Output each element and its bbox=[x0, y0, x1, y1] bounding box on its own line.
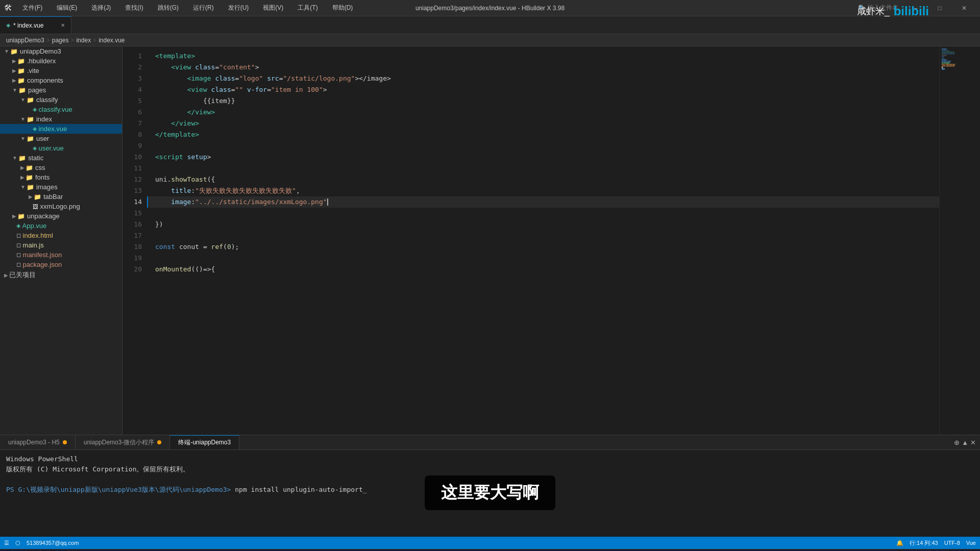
menu-jump[interactable]: 跳转(G) bbox=[154, 2, 183, 14]
line-numbers: 1234567891011121314151617181920 bbox=[122, 46, 147, 279]
sidebar-item-uniappDemo3[interactable]: ▼📁uniappDemo3 bbox=[0, 46, 122, 56]
sidebar-item-main.js[interactable]: ◻main.js bbox=[0, 240, 122, 250]
line-number-17: 17 bbox=[122, 230, 147, 241]
maximize-button[interactable]: □ bbox=[928, 0, 951, 16]
text-cursor bbox=[327, 198, 328, 206]
status-menu-icon[interactable]: ☰ bbox=[4, 540, 9, 546]
taskbar-app-1[interactable]: 🛠 uniappDemo3/pag... bbox=[212, 549, 294, 552]
menu-help[interactable]: 帮助(D) bbox=[328, 2, 357, 14]
sidebar-item-manifest.json[interactable]: ◻manifest.json bbox=[0, 250, 122, 260]
sidebar-item-xxmLogo.png[interactable]: 🖼xxmLogo.png bbox=[0, 202, 122, 211]
menu-run[interactable]: 运行(R) bbox=[189, 2, 218, 14]
code-token: v-for bbox=[247, 86, 267, 93]
menu-find[interactable]: 查找(I) bbox=[121, 2, 147, 14]
folder-label: uniappDemo3 bbox=[20, 47, 61, 55]
editor[interactable]: 1234567891011121314151617181920 <templat… bbox=[122, 46, 939, 435]
folder-label: components bbox=[27, 77, 63, 84]
sidebar-item-fonts[interactable]: ▶📁fonts bbox=[0, 172, 122, 182]
sidebar-item-index.html[interactable]: ◻index.html bbox=[0, 231, 122, 240]
breadcrumb: uniappDemo3 > pages > index > index.vue bbox=[0, 34, 980, 46]
sidebar-item-index[interactable]: ▼📁index bbox=[0, 114, 122, 124]
bottom-tab-actions: ⊕ ▲ ✕ bbox=[954, 435, 980, 449]
sidebar-item-classify.vue[interactable]: ◈classify.vue bbox=[0, 105, 122, 114]
expand-terminal-icon[interactable]: ▲ bbox=[962, 439, 968, 446]
sidebar-item-App.vue[interactable]: ◈App.vue bbox=[0, 221, 122, 231]
sidebar-item-close-project[interactable]: ▶已关项目 bbox=[0, 269, 122, 281]
bottom-tab-wechat[interactable]: uniappDemo3-微信小程序 bbox=[76, 435, 170, 449]
status-bell-icon[interactable]: 🔔 bbox=[896, 540, 903, 546]
close-button[interactable]: ✕ bbox=[952, 0, 976, 16]
menu-edit[interactable]: 编辑(E) bbox=[53, 2, 81, 14]
sidebar-item-index.vue[interactable]: ◈index.vue bbox=[0, 124, 122, 134]
folder-icon: 📁 bbox=[18, 87, 26, 94]
code-token: showToast bbox=[171, 176, 207, 183]
sidebar-item-classify[interactable]: ▼📁classify bbox=[0, 95, 122, 105]
breadcrumb-item-2[interactable]: index bbox=[76, 37, 91, 44]
json-file-icon: ◻ bbox=[16, 261, 21, 268]
taskbar-app-6[interactable]: ⏺ Recording... bbox=[621, 549, 702, 552]
status-hex-icon[interactable]: ⬡ bbox=[15, 540, 20, 546]
taskbar-app-4[interactable]: 💬 uniappDemo3 - 微... bbox=[457, 549, 539, 552]
image-file-label: xxmLogo.png bbox=[40, 203, 80, 210]
folder-chevron: ▶ bbox=[12, 78, 16, 83]
sidebar-item-user.vue[interactable]: ◈user.vue bbox=[0, 143, 122, 153]
breadcrumb-item-0[interactable]: uniappDemo3 bbox=[6, 37, 44, 44]
taskbar-app-5[interactable]: 🎬 Camtasia Studio - U... bbox=[539, 549, 621, 552]
sidebar-item-images[interactable]: ▼📁images bbox=[0, 182, 122, 192]
taskbar-app-0[interactable]: 🔤 iconfont-阿里巴夫... bbox=[131, 549, 212, 552]
new-terminal-icon[interactable]: ⊕ bbox=[954, 439, 960, 446]
code-token: ( bbox=[223, 243, 227, 251]
sidebar-item-unpackage[interactable]: ▶📁unpackage bbox=[0, 211, 122, 221]
sidebar-item-package.json[interactable]: ◻package.json bbox=[0, 260, 122, 269]
tab-close-icon[interactable]: ✕ bbox=[61, 22, 65, 28]
breadcrumb-item-3[interactable]: index.vue bbox=[99, 37, 125, 44]
line-number-19: 19 bbox=[122, 253, 147, 264]
sidebar-item-vite[interactable]: ▶📁.vite bbox=[0, 66, 122, 76]
main-area: ▼📁uniappDemo3▶📁.hbuilderx▶📁.vite▶📁compon… bbox=[0, 46, 980, 435]
code-token: <script bbox=[155, 153, 183, 161]
code-token: (()=>{ bbox=[191, 265, 215, 273]
folder-label: unpackage bbox=[27, 212, 60, 220]
bottom-tab-terminal[interactable]: 终端-uniappDemo3 bbox=[170, 435, 239, 449]
folder-icon: 📁 bbox=[10, 48, 18, 55]
tab-index-vue[interactable]: ◈ * index.vue ✕ bbox=[0, 16, 71, 34]
folder-label: pages bbox=[28, 86, 46, 94]
start-button[interactable]: ⊞ bbox=[0, 549, 24, 552]
watermark: 咸虾米_ bilibili bbox=[857, 4, 929, 18]
sidebar-item-pages[interactable]: ▼📁pages bbox=[0, 85, 122, 95]
taskbar-app-2[interactable]: 🌐 uni-app - Google C... bbox=[294, 549, 376, 552]
code-token bbox=[207, 86, 211, 93]
folder-chevron: ▼ bbox=[12, 87, 17, 93]
bottom-tab-h5[interactable]: uniappDemo3 - H5 bbox=[0, 435, 76, 449]
html-file-label: index.html bbox=[23, 232, 53, 239]
code-token: onMounted bbox=[155, 265, 191, 273]
close-terminal-icon[interactable]: ✕ bbox=[970, 439, 976, 446]
sidebar-section-label: 已关项目 bbox=[9, 270, 36, 280]
folder-icon: 📁 bbox=[34, 193, 41, 201]
sidebar-item-hbuilderx[interactable]: ▶📁.hbuilderx bbox=[0, 56, 122, 66]
menu-tools[interactable]: 工具(T) bbox=[293, 2, 322, 14]
status-lang: Vue bbox=[966, 540, 976, 546]
menu-publish[interactable]: 发行(U) bbox=[224, 2, 253, 14]
line-number-16: 16 bbox=[122, 219, 147, 230]
code-token: /image> bbox=[363, 74, 391, 82]
sidebar-item-static[interactable]: ▼📁static bbox=[0, 153, 122, 163]
menu-view[interactable]: 视图(V) bbox=[259, 2, 287, 14]
code-token: class bbox=[211, 86, 231, 93]
menu-select[interactable]: 选择(J) bbox=[87, 2, 115, 14]
code-token: = bbox=[267, 86, 271, 93]
sidebar-item-components[interactable]: ▶📁components bbox=[0, 76, 122, 85]
taskbar-app-3[interactable]: 🖼 咸虾米壁纸 bbox=[376, 549, 457, 552]
sidebar-item-css[interactable]: ▶📁css bbox=[0, 163, 122, 172]
line-number-3: 3 bbox=[122, 73, 147, 84]
code-line-15 bbox=[147, 208, 939, 219]
code-token: </view> bbox=[187, 108, 215, 116]
breadcrumb-item-1[interactable]: pages bbox=[52, 37, 69, 44]
menu-file[interactable]: 文件(F) bbox=[18, 2, 46, 14]
sidebar-item-user[interactable]: ▼📁user bbox=[0, 134, 122, 143]
folder-icon: 📁 bbox=[26, 164, 33, 171]
vue-file-label: user.vue bbox=[39, 144, 64, 152]
sidebar-item-tabBar[interactable]: ▶📁tabBar bbox=[0, 192, 122, 202]
code-area[interactable]: <template> <view class="content"> <image… bbox=[147, 46, 939, 279]
code-line-20: onMounted(()=>{ bbox=[147, 264, 939, 275]
